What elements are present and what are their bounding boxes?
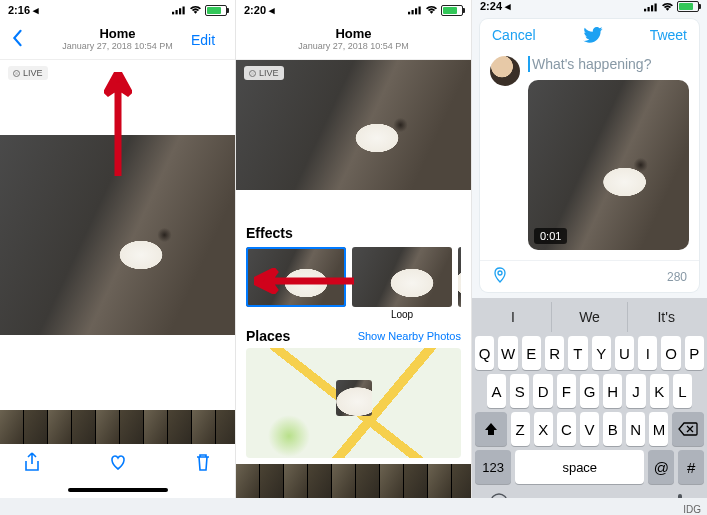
prediction-3[interactable]: It's — [628, 302, 704, 332]
svg-rect-15 — [678, 494, 682, 498]
twitter-logo-icon — [583, 27, 603, 46]
nav-subtitle: January 27, 2018 10:54 PM — [62, 42, 173, 52]
svg-rect-2 — [179, 8, 181, 14]
places-title: Places — [246, 328, 290, 344]
key-f[interactable]: F — [557, 374, 576, 408]
at-key[interactable]: @ — [648, 450, 674, 484]
effects-title: Effects — [246, 225, 461, 241]
key-j[interactable]: J — [626, 374, 645, 408]
status-indicators — [644, 1, 699, 12]
svg-rect-3 — [183, 7, 185, 15]
photo-filmstrip[interactable] — [0, 410, 235, 444]
svg-rect-1 — [176, 10, 178, 14]
wifi-icon — [425, 5, 438, 15]
image-credit: IDG — [683, 504, 701, 515]
key-o[interactable]: O — [661, 336, 680, 370]
battery-icon — [205, 5, 227, 16]
back-button[interactable] — [10, 29, 44, 50]
emoji-key[interactable] — [489, 492, 509, 498]
key-k[interactable]: K — [650, 374, 669, 408]
home-indicator[interactable] — [68, 488, 168, 492]
svg-rect-11 — [655, 3, 657, 11]
svg-rect-0 — [172, 12, 174, 15]
media-attachment[interactable]: 0:01 — [528, 80, 689, 250]
key-z[interactable]: Z — [511, 412, 530, 446]
compose-input[interactable]: What's happening? — [528, 56, 689, 72]
key-r[interactable]: R — [545, 336, 564, 370]
key-i[interactable]: I — [638, 336, 657, 370]
hash-key[interactable]: # — [678, 450, 704, 484]
shift-key[interactable] — [475, 412, 507, 446]
char-count: 280 — [667, 270, 687, 284]
cancel-button[interactable]: Cancel — [492, 27, 536, 46]
key-c[interactable]: C — [557, 412, 576, 446]
photo-filmstrip[interactable] — [236, 464, 471, 498]
svg-rect-5 — [412, 10, 414, 14]
favorite-button[interactable] — [108, 452, 128, 476]
video-duration: 0:01 — [534, 228, 567, 244]
key-p[interactable]: P — [685, 336, 704, 370]
battery-icon — [441, 5, 463, 16]
key-a[interactable]: A — [487, 374, 506, 408]
key-n[interactable]: N — [626, 412, 645, 446]
show-nearby-link[interactable]: Show Nearby Photos — [358, 330, 461, 342]
key-m[interactable]: M — [649, 412, 668, 446]
status-bar: 2:16 ◂ — [0, 0, 235, 20]
status-indicators — [172, 5, 227, 16]
nav-bar: Home January 27, 2018 10:54 PM — [236, 20, 471, 60]
live-badge: LIVE — [244, 66, 284, 80]
swipe-up-arrow — [104, 72, 132, 176]
compose-card: Cancel Tweet What's happening? 0:01 280 — [480, 19, 699, 292]
signal-icon — [408, 5, 422, 15]
svg-rect-7 — [419, 7, 421, 15]
status-time: 2:20 ◂ — [244, 4, 275, 17]
bottom-toolbar — [0, 444, 235, 484]
nav-bar: Home January 27, 2018 10:54 PM Edit — [0, 20, 235, 60]
prediction-2[interactable]: We — [552, 302, 629, 332]
effect-item-next[interactable] — [458, 247, 461, 320]
live-badge: LIVE — [8, 66, 48, 80]
keyboard: I We It's QWERTYUIOP ASDFGHJKL ZXCVBNM 1… — [472, 298, 707, 498]
key-s[interactable]: S — [510, 374, 529, 408]
nav-title: Home — [62, 27, 173, 41]
map-pin[interactable] — [336, 380, 372, 416]
trash-button[interactable] — [193, 452, 213, 476]
wifi-icon — [661, 2, 674, 12]
predictive-row: I We It's — [475, 302, 704, 332]
prediction-1[interactable]: I — [475, 302, 552, 332]
location-button[interactable] — [492, 267, 508, 286]
signal-icon — [172, 5, 186, 15]
key-t[interactable]: T — [568, 336, 587, 370]
signal-icon — [644, 2, 658, 12]
edit-button[interactable]: Edit — [191, 32, 225, 48]
key-w[interactable]: W — [498, 336, 517, 370]
key-y[interactable]: Y — [592, 336, 611, 370]
photo-viewer[interactable] — [236, 60, 471, 213]
svg-rect-6 — [415, 8, 417, 14]
share-button[interactable] — [22, 452, 42, 476]
tweet-button[interactable]: Tweet — [650, 27, 687, 46]
space-key[interactable]: space — [515, 450, 644, 484]
status-bar: 2:24 ◂ — [472, 0, 707, 13]
key-e[interactable]: E — [522, 336, 541, 370]
key-q[interactable]: Q — [475, 336, 494, 370]
delete-key[interactable] — [672, 412, 704, 446]
key-g[interactable]: G — [580, 374, 599, 408]
key-l[interactable]: L — [673, 374, 692, 408]
key-h[interactable]: H — [603, 374, 622, 408]
svg-rect-4 — [408, 12, 410, 15]
status-time: 2:16 ◂ — [8, 4, 39, 17]
effect-item-loop[interactable]: Loop — [352, 247, 452, 320]
key-x[interactable]: X — [534, 412, 553, 446]
attached-video — [528, 80, 689, 250]
key-v[interactable]: V — [580, 412, 599, 446]
avatar[interactable] — [490, 56, 520, 86]
svg-point-12 — [491, 494, 507, 498]
numbers-key[interactable]: 123 — [475, 450, 511, 484]
key-u[interactable]: U — [615, 336, 634, 370]
dictation-key[interactable] — [670, 492, 690, 498]
key-d[interactable]: D — [533, 374, 552, 408]
places-map[interactable] — [246, 348, 461, 458]
svg-rect-9 — [648, 7, 650, 11]
key-b[interactable]: B — [603, 412, 622, 446]
